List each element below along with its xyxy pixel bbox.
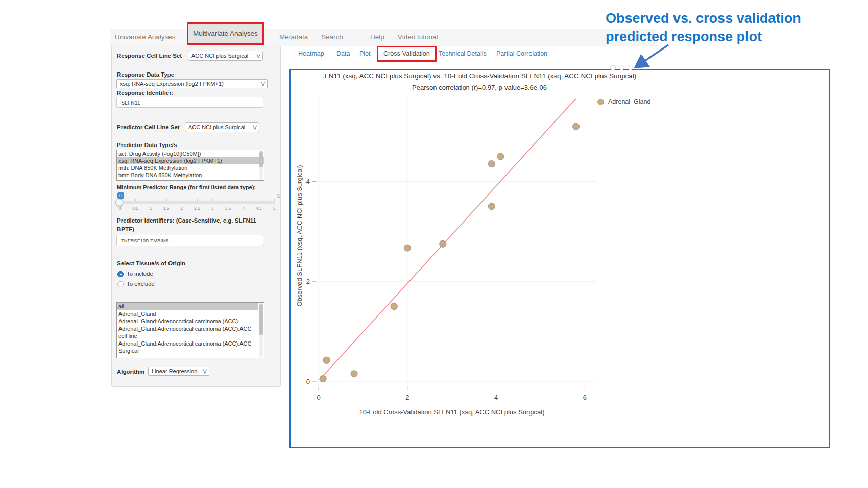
chevron-down-icon: ⋁ <box>259 81 265 86</box>
data-point[interactable] <box>351 371 357 377</box>
to-exclude-radio[interactable] <box>117 281 124 287</box>
nav-item-univariate-analyses[interactable]: Univariate Analyses <box>115 29 176 46</box>
scrollbar-thumb[interactable] <box>259 304 263 335</box>
slider-tick-mark <box>182 199 182 201</box>
listbox-option[interactable]: bmt: Body DNA 850K Methylation <box>117 172 264 179</box>
listbox-option[interactable]: Adrenal_Gland:Adrenocortical carcinoma (… <box>117 318 258 325</box>
data-point[interactable] <box>488 161 495 167</box>
slider-tick-mark <box>244 199 244 201</box>
slider-tick-label: 4.5 <box>256 206 262 211</box>
listbox-option[interactable]: act: Drug Activity (-log10[IC50M]) <box>117 150 264 157</box>
response-cell-line-set-label: Response Cell Line Set <box>117 53 182 59</box>
tab-cross-validation[interactable]: Cross-Validation <box>377 46 437 62</box>
scrollbar[interactable] <box>259 303 263 357</box>
chart-subtitle: Pearson correlation (r)=0.97, p-value=3.… <box>291 84 668 91</box>
page: Univariate Analyses Multivariate Analyse… <box>0 0 868 488</box>
slider-tick-label: 0 <box>119 206 122 211</box>
scrollbar[interactable] <box>259 151 263 180</box>
listbox-option[interactable]: Adrenal_Gland:Adrenocortical carcinoma (… <box>117 325 258 340</box>
slider-tick-mark <box>120 199 120 201</box>
slider-tick-mark <box>151 199 151 201</box>
predictor-cell-line-set-label: Predictor Cell Line Set <box>117 124 180 130</box>
slider-tick-label: 3 <box>211 206 214 211</box>
slider-tick-mark <box>135 199 136 201</box>
slider-tick-mark <box>166 199 167 201</box>
response-cell-line-set-select[interactable]: ACC NCI plus Surgical ⋁ <box>188 51 263 61</box>
algorithm-label: Algorithm <box>117 369 144 375</box>
slider-handle[interactable] <box>115 199 123 206</box>
listbox-option[interactable]: xsq: RNA-seq Expression (log2 FPKM+1) <box>117 157 264 164</box>
y-tick-label: 0 <box>306 378 310 385</box>
tab-technical-details[interactable]: Technical Details <box>439 46 487 62</box>
min-predictor-range-label: Minimum Predictor Range (for first liste… <box>117 184 256 190</box>
slider-tick-label: 2.5 <box>194 206 200 211</box>
chevron-down-icon: ⋁ <box>255 53 260 58</box>
scrollbar-thumb[interactable] <box>259 151 263 167</box>
algorithm-select[interactable]: Linear Regression ⋁ <box>148 367 209 376</box>
nav-item-metadata[interactable]: Metadata <box>279 29 308 46</box>
nav-item-video-tutorial[interactable]: Video tutorial <box>398 29 438 46</box>
nav-item-multivariate-analyses[interactable]: Multivariate Analyses <box>187 22 264 45</box>
x-tick-label: 0 <box>317 394 320 401</box>
response-identifier-label: Response Identifier: <box>117 90 174 96</box>
x-tick-label: 4 <box>494 394 498 401</box>
data-point[interactable] <box>391 303 397 310</box>
annotation-line1: Observed vs. cross validation <box>606 9 801 28</box>
chart-legend[interactable]: Adrenal_Gland <box>597 98 650 105</box>
data-point[interactable] <box>323 357 330 363</box>
tab-partial-correlation[interactable]: Partial Correlation <box>496 46 547 62</box>
nav-item-help[interactable]: Help <box>370 29 384 46</box>
slider-tick-label: 5 <box>273 206 276 211</box>
tab-heatmap[interactable]: Heatmap <box>298 46 324 62</box>
y-tick-label: 2 <box>306 278 310 285</box>
reset-axes-icon[interactable] <box>628 65 633 70</box>
response-data-type-select[interactable]: xsq: RNA-seq Expression (log2 FPKM+1) ⋁ <box>116 79 268 88</box>
slider-tick-mark <box>228 199 228 201</box>
tab-plot[interactable]: Plot <box>359 46 371 62</box>
data-point[interactable] <box>488 203 495 210</box>
slider-tick-label: 0.5 <box>132 206 138 211</box>
scatter-plot-svg: 0246024 <box>291 92 648 429</box>
tissue-origin-label: Select Tissue/s of Origin <box>117 260 185 266</box>
data-point[interactable] <box>573 123 580 130</box>
legend-label: Adrenal_Gland <box>608 98 650 105</box>
slider-tick-label: 2 <box>180 206 183 211</box>
slider-tick-mark <box>212 199 213 201</box>
slider-tick-label: 3.5 <box>225 206 231 211</box>
x-tick-label: 6 <box>583 394 587 401</box>
tissue-listbox: all Adrenal_Gland Adrenal_Gland:Adrenoco… <box>116 302 264 358</box>
response-data-type-label: Response Data Type <box>117 71 174 78</box>
x-tick-label: 2 <box>405 394 409 401</box>
tab-data[interactable]: Data <box>336 46 350 62</box>
predictor-data-types-label: Predictor Data Type/s <box>117 142 177 148</box>
data-point[interactable] <box>404 245 411 251</box>
chevron-down-icon: ⋁ <box>251 125 257 130</box>
zoom-icon[interactable] <box>619 65 624 70</box>
regression-line <box>320 99 576 380</box>
listbox-option[interactable]: Adrenal_Gland:Adrenocortical carcinoma (… <box>117 340 258 355</box>
to-include-radio[interactable] <box>117 271 124 277</box>
listbox-option[interactable]: mth: DNA 850K Methylation <box>117 164 264 172</box>
legend-marker-icon <box>597 99 604 105</box>
to-exclude-label[interactable]: To exclude <box>127 281 155 287</box>
nav-item-search[interactable]: Search <box>321 29 343 46</box>
plotly-modebar <box>610 65 633 70</box>
data-point[interactable] <box>320 376 326 382</box>
min-predictor-range-slider[interactable] <box>119 201 275 204</box>
listbox-option[interactable]: Adrenal_Gland <box>117 310 258 318</box>
data-point[interactable] <box>497 153 504 160</box>
algorithm-value: Linear Regression <box>152 368 197 374</box>
predictor-identifiers-label: Predictor Identifiers: (Case-Sensitive, … <box>117 217 256 224</box>
response-identifier-input[interactable] <box>116 97 263 108</box>
predictor-cell-line-set-value: ACC NCI plus Surgical <box>188 124 245 130</box>
listbox-option[interactable]: all <box>117 303 258 310</box>
response-data-type-value: xsq: RNA-seq Expression (log2 FPKM+1) <box>120 81 224 87</box>
camera-icon[interactable] <box>610 65 616 70</box>
slider-max-label: 5 <box>277 193 280 199</box>
predictor-identifiers-input[interactable] <box>116 235 263 246</box>
to-include-label[interactable]: To include <box>127 271 153 277</box>
y-tick-label: 4 <box>306 178 310 185</box>
predictor-cell-line-set-select[interactable]: ACC NCI plus Surgical ⋁ <box>185 122 259 132</box>
top-navbar: Univariate Analyses Multivariate Analyse… <box>110 29 657 46</box>
data-point[interactable] <box>440 240 446 247</box>
